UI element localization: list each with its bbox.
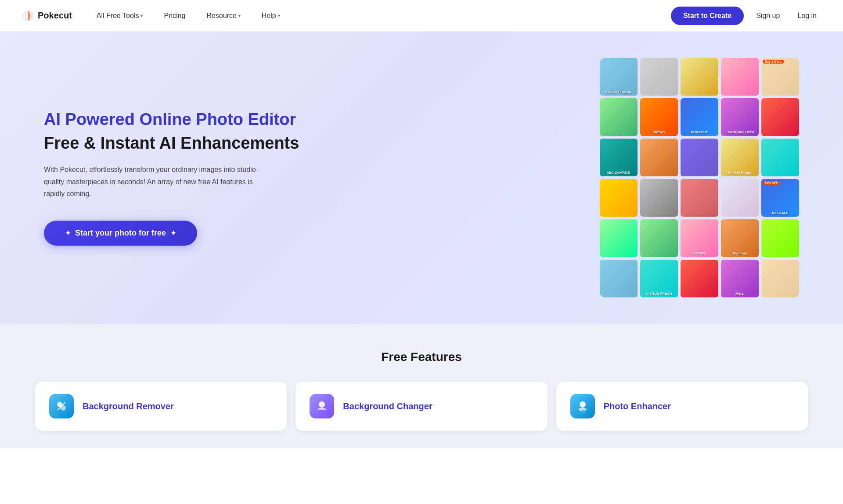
sign-up-button[interactable]: Sign up xyxy=(751,8,785,23)
background-changer-label: Background Changer xyxy=(343,401,432,411)
nav-help[interactable]: Help ▾ xyxy=(251,0,291,32)
background-remover-icon xyxy=(49,394,74,418)
hero-tagline: AI Powered Online Photo Editor xyxy=(44,110,307,130)
background-remover-label: Background Remover xyxy=(83,401,174,411)
grid-cell: VOGUE xyxy=(681,219,718,257)
grid-cell: MIC CHARMS xyxy=(600,139,638,176)
svg-point-6 xyxy=(580,401,586,407)
grid-cell xyxy=(600,219,638,257)
features-grid: Background Remover Background Changer HD… xyxy=(35,382,808,431)
feature-card-background-changer[interactable]: Background Changer xyxy=(295,382,547,431)
logo-text: Pokecut xyxy=(38,11,72,21)
log-in-button[interactable]: Log in xyxy=(792,8,822,23)
logo[interactable]: Pokecut xyxy=(21,9,72,23)
photo-grid: FUZZY FRIENDBuy 1 Get 1FRiDAYPOKECUTLEAR… xyxy=(600,58,799,297)
grid-cell: Buy 1 Get 1 xyxy=(761,58,799,96)
grid-cell: Perfume xyxy=(721,219,759,257)
chevron-down-icon-resource: ▾ xyxy=(238,13,241,18)
hero-image: FUZZY FRIENDBuy 1 Get 1FRiDAYPOKECUTLEAR… xyxy=(307,58,799,297)
hero-subtitle: Free & Instant AI Enhancements xyxy=(44,133,307,154)
grid-cell xyxy=(681,139,718,176)
photo-enhancer-icon: HD xyxy=(570,394,595,418)
background-changer-icon xyxy=(310,394,334,418)
nav-right: Start to Create Sign up Log in xyxy=(671,7,822,25)
hero-section: AI Powered Online Photo Editor Free & In… xyxy=(0,32,843,324)
nav-links: All Free Tools ▾ Pricing Resource ▾ Help… xyxy=(86,0,671,32)
grid-cell xyxy=(600,98,638,136)
grid-cell: FRiDAY xyxy=(640,98,678,136)
grid-cell: ME▲ xyxy=(721,260,759,297)
grid-cell xyxy=(761,98,799,136)
grid-cell xyxy=(681,179,718,217)
features-title: Free Features xyxy=(35,350,808,364)
start-photo-button[interactable]: ✦ Start your photo for free ✦ xyxy=(44,221,197,246)
grid-cell: FUZZY FRIEND xyxy=(600,58,638,96)
svg-text:HD: HD xyxy=(580,408,585,412)
hero-description: With Pokecut, effortlessly transform you… xyxy=(44,164,272,200)
grid-cell xyxy=(721,179,759,217)
grid-cell: 50% OFFBIG SALE xyxy=(761,179,799,217)
feature-card-photo-enhancer[interactable]: HD Photo Enhancer xyxy=(556,382,808,431)
hero-content: AI Powered Online Photo Editor Free & In… xyxy=(44,110,307,246)
grid-cell xyxy=(640,58,678,96)
grid-cell xyxy=(640,139,678,176)
grid-cell: Work in Progre xyxy=(721,139,759,176)
sparkle-icon-right: ✦ xyxy=(170,229,176,237)
grid-cell xyxy=(600,179,638,217)
grid-cell: POKECUT xyxy=(681,98,718,136)
grid-cell xyxy=(761,139,799,176)
grid-cell xyxy=(721,58,759,96)
svg-point-5 xyxy=(319,401,325,407)
nav-resource[interactable]: Resource ▾ xyxy=(196,0,251,32)
sparkle-icon-left: ✦ xyxy=(65,229,71,237)
feature-card-background-remover[interactable]: Background Remover xyxy=(35,382,287,431)
chevron-down-icon-help: ▾ xyxy=(278,13,280,18)
navbar: Pokecut All Free Tools ▾ Pricing Resourc… xyxy=(0,0,843,32)
start-to-create-button[interactable]: Start to Create xyxy=(671,7,744,25)
features-section: Free Features Background Remover Backg xyxy=(0,324,843,448)
grid-cell: LEARNING LOTS xyxy=(721,98,759,136)
grid-cell xyxy=(600,260,638,297)
grid-cell xyxy=(761,260,799,297)
chevron-down-icon: ▾ xyxy=(140,13,143,18)
grid-cell xyxy=(681,58,718,96)
grid-cell xyxy=(640,219,678,257)
grid-cell xyxy=(640,179,678,217)
grid-cell xyxy=(761,219,799,257)
nav-pricing[interactable]: Pricing xyxy=(153,0,196,32)
nav-all-free-tools[interactable]: All Free Tools ▾ xyxy=(86,0,154,32)
grid-cell xyxy=(681,260,718,297)
logo-icon xyxy=(21,9,35,23)
photo-enhancer-label: Photo Enhancer xyxy=(604,401,671,411)
grid-cell: CITRUS FRESH xyxy=(640,260,678,297)
